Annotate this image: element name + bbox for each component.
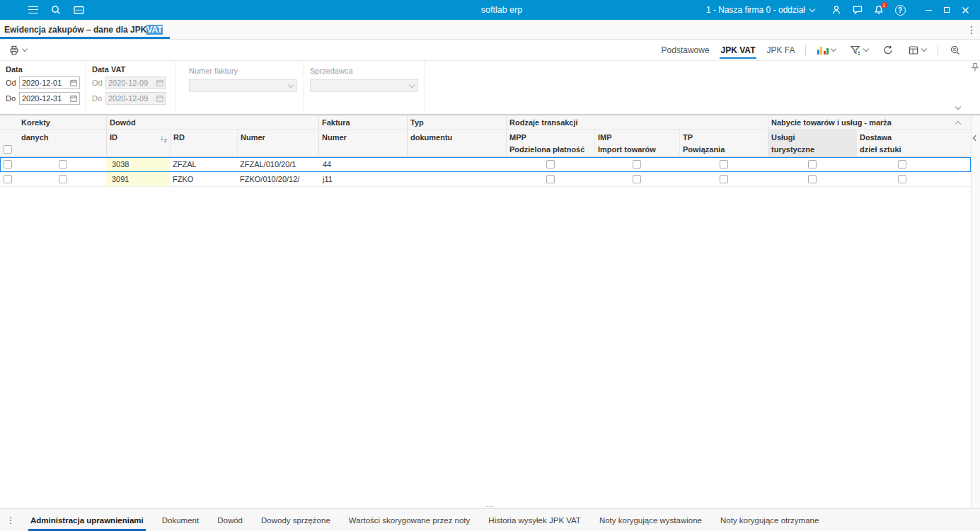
group-dowod[interactable]: Dowód — [106, 115, 318, 130]
document-tab-title-highlight: VAT — [146, 25, 162, 35]
filter-section-data: Data Od 2020-12-01 Do 2020-12-31 — [0, 61, 86, 114]
minimize-button[interactable] — [919, 1, 938, 18]
select-all-checkbox[interactable] — [4, 145, 12, 154]
tp-checkbox[interactable] — [720, 175, 728, 183]
maximize-button[interactable] — [938, 1, 956, 18]
notifications-button[interactable]: 1 — [870, 1, 888, 18]
column-rd[interactable]: RD — [170, 130, 237, 156]
document-tab-active[interactable]: Ewidencja zakupów – dane dla JPK VAT — [0, 20, 170, 39]
bottom-tab-dokument[interactable]: Dokument — [153, 509, 208, 531]
topbar-right: 1 - Nasza firma 0 - oddział 1 ? — [706, 1, 980, 18]
grid-settings-button[interactable] — [905, 43, 929, 57]
group-faktura[interactable]: Faktura — [318, 115, 407, 130]
tabbar-overflow-menu-button[interactable]: ⋮ — [963, 20, 980, 39]
date-to-input[interactable]: 2020-12-31 — [19, 92, 80, 105]
column-dostawa-label: Dostawa — [860, 132, 945, 144]
close-icon — [962, 6, 969, 14]
column-faktura-numer[interactable]: Numer — [318, 130, 407, 156]
date-vat-to-input[interactable]: 2020-12-09 — [105, 92, 166, 105]
global-search-button[interactable] — [47, 1, 65, 18]
korekty-danych-checkbox[interactable] — [59, 160, 67, 169]
topbar-left — [0, 1, 297, 18]
hamburger-menu-button[interactable] — [24, 1, 42, 18]
uslugi-checkbox[interactable] — [808, 175, 817, 183]
refresh-button[interactable] — [880, 43, 897, 57]
row-select-checkbox[interactable] — [4, 160, 12, 169]
view-tab-jpk-vat[interactable]: JPK VAT — [720, 42, 757, 58]
user-icon — [831, 4, 842, 16]
column-korekty-danych[interactable]: danych — [20, 130, 106, 156]
mpp-checkbox[interactable] — [546, 160, 555, 169]
expand-side-panel-button[interactable] — [974, 134, 978, 142]
close-button[interactable] — [956, 1, 974, 18]
numer-faktury-input[interactable] — [189, 79, 297, 92]
column-mpp-label: MPP — [509, 132, 592, 144]
search-records-button[interactable] — [947, 43, 964, 57]
group-korekty[interactable]: Korekty — [0, 115, 106, 130]
sort-indicator[interactable]: ↓2 — [160, 132, 167, 147]
bottom-tab-wartosci-skorygowane[interactable]: Wartości skorygowane przez noty — [340, 509, 480, 531]
group-rodzaje-transakcji[interactable]: Rodzaje transakcji — [506, 115, 768, 130]
dostawa-cell — [856, 172, 948, 186]
imp-checkbox[interactable] — [633, 175, 641, 183]
table-row[interactable]: 3038 ZFZAL ZFZAL/010/20/1 44 — [0, 157, 971, 172]
bottom-tab-noty-otrzymane[interactable]: Noty korygujące otrzymane — [711, 509, 828, 531]
column-uslugi-sublabel: turystyczne — [771, 144, 853, 156]
group-typ[interactable]: Typ — [407, 115, 506, 130]
dostawa-checkbox[interactable] — [898, 175, 906, 183]
column-tp[interactable]: TP Powiązania — [679, 130, 768, 156]
column-typ-dokumentu[interactable]: dokumentu — [407, 130, 506, 156]
imp-cell — [594, 157, 679, 171]
column-id[interactable]: ID ↓2 — [106, 130, 170, 156]
column-imp-sublabel: Import towarów — [598, 144, 676, 156]
help-button[interactable]: ? — [891, 1, 909, 18]
column-tp-sublabel: Powiązania — [683, 144, 765, 156]
bottom-tab-dowody-sprzezone[interactable]: Dowody sprzężone — [252, 509, 340, 531]
row-select-checkbox[interactable] — [4, 175, 12, 183]
korekty-danych-checkbox[interactable] — [59, 175, 67, 183]
tp-checkbox[interactable] — [720, 160, 728, 169]
chat-icon — [852, 4, 863, 16]
imp-checkbox[interactable] — [633, 160, 641, 169]
filter-datavat-od-label: Od — [92, 79, 102, 87]
collapse-filter-chevron[interactable] — [956, 101, 960, 111]
column-uslugi-turystyczne[interactable]: Usługi turystyczne — [768, 130, 856, 156]
user-button[interactable] — [827, 1, 846, 18]
uslugi-checkbox[interactable] — [808, 160, 817, 169]
print-button[interactable] — [6, 43, 30, 57]
group-nabycie-marza[interactable]: Nabycie towarów i usług - marża — [768, 115, 948, 130]
bottom-tabs-menu-button[interactable]: ⋮ — [0, 509, 21, 531]
column-dostawa-dziel-sztuki[interactable]: Dostawa dzieł sztuki — [856, 130, 948, 156]
analysis-settings-button[interactable] — [847, 43, 871, 57]
charts-button[interactable] — [814, 45, 839, 56]
chevron-left-icon — [973, 135, 979, 141]
column-imp[interactable]: IMP Import towarów — [594, 130, 679, 156]
imp-cell — [594, 172, 679, 186]
date-from-input[interactable]: 2020-12-01 — [19, 76, 80, 89]
bottom-tab-noty-wystawione[interactable]: Noty korygujące wystawione — [590, 509, 711, 531]
dostawa-checkbox[interactable] — [898, 160, 906, 169]
view-tab-jpk-fa[interactable]: JPK FA — [765, 42, 796, 58]
bottom-tab-dowod[interactable]: Dowód — [208, 509, 252, 531]
pin-panel-button[interactable] — [971, 62, 979, 72]
column-numer[interactable]: Numer — [237, 130, 318, 156]
sprzedawca-input[interactable] — [310, 79, 418, 92]
column-mpp[interactable]: MPP Podzielona płatność — [506, 130, 594, 156]
filter-section-data-vat: Data VAT Od 2020-12-09 Do 2020-12-09 — [86, 61, 175, 114]
bottom-tab-administracja[interactable]: Administracja uprawnieniami — [21, 509, 153, 531]
bottom-tab-historia-wysylek[interactable]: Historia wysyłek JPK VAT — [479, 509, 590, 531]
apps-panel-button[interactable] — [69, 1, 88, 18]
mpp-checkbox[interactable] — [546, 175, 555, 183]
column-imp-label: IMP — [598, 132, 676, 144]
messages-button[interactable] — [848, 1, 867, 18]
table-row[interactable]: 3091 FZKO FZKO/010/20/12/ j11 — [0, 172, 971, 187]
toolbar: Podstawowe JPK VAT JPK FA — [0, 40, 980, 61]
column-tp-label: TP — [683, 132, 765, 144]
collapse-panel-up-chevron[interactable] — [956, 118, 960, 128]
maximize-icon — [944, 7, 950, 13]
company-selector[interactable]: 1 - Nasza firma 0 - oddział — [706, 5, 814, 15]
view-tab-podstawowe[interactable]: Podstawowe — [660, 42, 711, 58]
date-vat-from-input[interactable]: 2020-12-09 — [105, 76, 166, 89]
app-title: softlab erp — [297, 5, 706, 15]
mpp-cell — [506, 157, 594, 171]
